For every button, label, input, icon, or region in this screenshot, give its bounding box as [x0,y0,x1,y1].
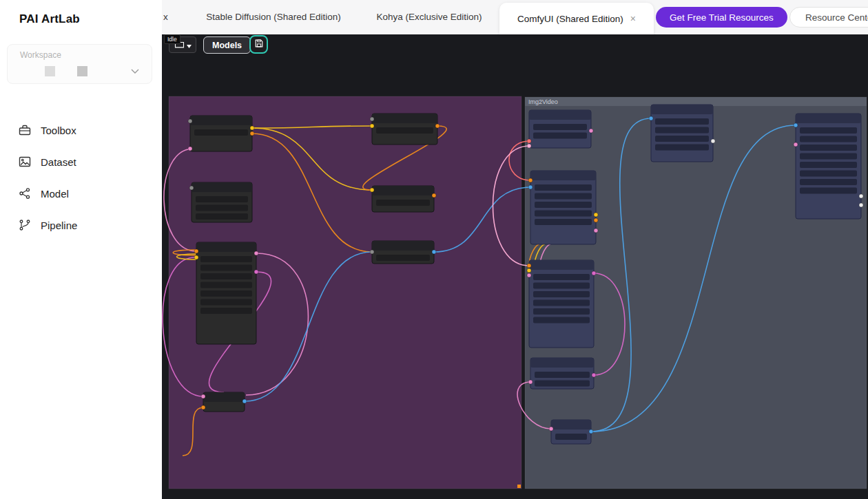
port-dot[interactable] [794,142,798,147]
node-widget-row[interactable] [196,213,248,220]
resource-center-button[interactable]: Resource Center [789,7,868,28]
node-widget-row[interactable] [800,162,857,168]
port-dot[interactable] [592,373,596,377]
node-widget-row[interactable] [376,200,430,206]
port-dot[interactable] [527,139,531,143]
node-widget-row[interactable] [535,381,590,387]
node-widget-row[interactable] [655,136,709,142]
port-dot[interactable] [592,271,596,275]
port-dot[interactable] [188,119,192,123]
port-dot[interactable] [594,229,598,233]
node-widget-row[interactable] [376,255,430,261]
node-widget-row[interactable] [655,127,709,134]
node-widget-row[interactable] [800,179,857,185]
node-widget-row[interactable] [535,211,592,217]
port-dot[interactable] [594,218,598,222]
graph-node-title[interactable] [529,110,591,120]
port-dot[interactable] [250,126,254,130]
port-dot[interactable] [435,124,440,128]
port-dot[interactable] [859,194,863,198]
port-dot[interactable] [201,394,205,399]
port-dot[interactable] [594,213,598,217]
port-dot[interactable] [242,399,247,403]
node-widget-row[interactable] [194,129,248,136]
node-widget-row[interactable] [196,196,248,202]
graph-node-title[interactable] [372,241,434,251]
port-dot[interactable] [370,124,374,128]
port-dot[interactable] [528,380,533,384]
node-widget-row[interactable] [535,184,592,191]
workspace-selector[interactable]: Workspace [7,44,152,84]
node-widget-row[interactable] [533,291,590,297]
port-dot[interactable] [711,139,715,143]
sidebar-item-model[interactable]: Model [0,178,162,209]
graph-node-title[interactable] [551,420,591,429]
close-tab-icon[interactable]: × [630,13,636,24]
node-widget-row[interactable] [535,202,592,208]
port-dot[interactable] [527,144,531,148]
graph-node-title[interactable] [372,186,434,195]
save-button[interactable] [249,35,268,54]
node-widget-row[interactable] [535,219,592,225]
get-free-trial-button[interactable]: Get Free Trial Resources [656,7,787,28]
node-graph[interactable]: Img2Video [162,34,868,499]
node-widget-row[interactable] [200,273,252,279]
node-widget-row[interactable] [533,133,587,139]
port-dot[interactable] [528,185,533,189]
port-dot[interactable] [649,116,653,120]
graph-node-title[interactable] [196,242,256,252]
node-widget-row[interactable] [533,300,590,306]
node-widget-row[interactable] [800,171,857,177]
port-dot[interactable] [589,429,593,434]
tab-stable-diffusion[interactable]: Stable Diffusion (Shared Edition) [206,0,341,34]
graph-node-title[interactable] [796,114,861,123]
port-dot[interactable] [194,249,198,253]
graph-node-title[interactable] [530,358,594,368]
models-button[interactable]: Models [203,36,251,54]
graph-node-title[interactable] [530,171,596,180]
node-widget-row[interactable] [800,188,857,194]
node-widget-row[interactable] [533,124,587,130]
tab-comfyui[interactable]: ComfyUI (Shared Edition) × [499,3,654,34]
sidebar-item-toolbox[interactable]: Toolbox [0,114,162,146]
port-dot[interactable] [370,117,374,121]
tab-partial[interactable]: x [163,0,168,34]
node-widget-row[interactable] [200,282,252,288]
node-widget-row[interactable] [800,127,857,134]
node-widget-row[interactable] [533,317,590,323]
port-dot[interactable] [432,193,436,198]
node-widget-row[interactable] [200,308,252,314]
port-dot[interactable] [254,251,258,255]
graph-node-title[interactable] [203,392,245,402]
node-widget-row[interactable] [535,193,592,200]
graph-node-title[interactable] [192,182,252,192]
port-dot[interactable] [194,255,198,259]
node-widget-row[interactable] [200,265,252,271]
node-widget-row[interactable] [533,308,590,315]
node-widget-row[interactable] [200,256,252,262]
sidebar-item-pipeline[interactable]: Pipeline [0,209,162,241]
port-dot[interactable] [254,270,258,274]
graph-node-title[interactable] [529,260,594,270]
node-widget-row[interactable] [200,299,252,306]
sidebar-item-dataset[interactable]: Dataset [0,146,162,178]
port-dot[interactable] [859,203,863,207]
port-dot[interactable] [250,131,254,136]
port-dot[interactable] [201,405,205,410]
port-dot[interactable] [794,123,798,127]
port-dot[interactable] [189,186,194,190]
port-dot[interactable] [188,147,192,151]
node-widget-row[interactable] [535,372,590,378]
port-dot[interactable] [589,129,593,133]
port-dot[interactable] [370,188,374,192]
node-canvas[interactable]: Img2Video Idle Models [162,34,868,499]
port-dot[interactable] [432,250,436,254]
node-widget-row[interactable] [800,153,857,160]
port-dot[interactable] [549,427,553,431]
node-widget-row[interactable] [655,145,709,151]
graph-node-title[interactable] [372,114,437,123]
port-dot[interactable] [527,273,531,277]
node-widget-row[interactable] [196,205,248,211]
graph-node-title[interactable] [651,105,713,114]
node-widget-row[interactable] [533,274,590,280]
